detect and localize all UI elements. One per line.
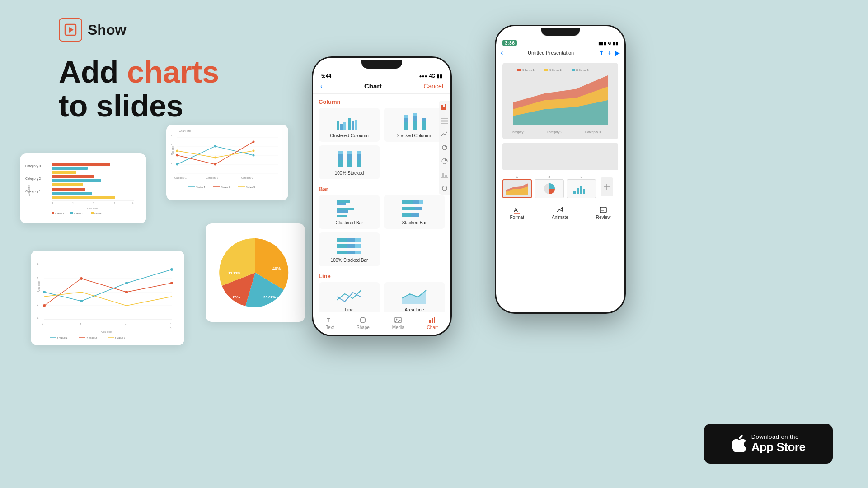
svg-rect-177 xyxy=(583,189,585,194)
pie-chart-card: 40% 26.67% 20% 13.33% xyxy=(206,223,305,322)
svg-text:1: 1 xyxy=(42,322,43,325)
stacked-column-label: Stacked Coloumn xyxy=(397,133,432,138)
slide-thumb-3[interactable]: 3 xyxy=(567,175,596,198)
svg-text:X Series 1: X Series 1 xyxy=(522,69,535,71)
svg-rect-148 xyxy=(445,104,446,110)
svg-text:A: A xyxy=(514,206,518,214)
stacked-bar-label: Stacked Bar xyxy=(402,220,427,225)
svg-rect-176 xyxy=(580,186,582,194)
svg-rect-96 xyxy=(348,118,351,130)
chart-type-icon-3 xyxy=(441,130,448,138)
svg-rect-147 xyxy=(443,107,445,110)
svg-text:Category 3: Category 3 xyxy=(241,177,253,179)
chart-item-line[interactable]: Line xyxy=(319,282,380,316)
svg-rect-25 xyxy=(91,212,94,214)
svg-text:Series 1: Series 1 xyxy=(196,186,205,189)
svg-text:2: 2 xyxy=(80,322,81,325)
chart-item-100-stacked-column[interactable]: 100% Stacked xyxy=(319,145,380,179)
section-bar: Bar xyxy=(319,181,445,195)
svg-rect-136 xyxy=(347,251,355,254)
logo-area: Show xyxy=(59,18,219,42)
svg-rect-116 xyxy=(337,200,350,203)
svg-rect-95 xyxy=(343,122,346,130)
toolbar-animate[interactable]: Animate xyxy=(552,206,568,220)
nav-shape[interactable]: Shape xyxy=(357,316,370,330)
svg-rect-156 xyxy=(442,173,444,177)
phone-left: 5:44 ●●● 4G ▮▮ ‹ Chart Cancel Column xyxy=(312,56,452,336)
svg-text:T: T xyxy=(327,317,330,324)
main-slide-area[interactable]: Category 1 Category 2 Category 3 X Serie… xyxy=(502,63,618,139)
bar-chart-card: Category 3 Category 2 Category 1 0 1 2 3… xyxy=(20,153,146,223)
svg-text:26.67%: 26.67% xyxy=(263,295,276,299)
nav-media[interactable]: Media xyxy=(392,316,404,330)
svg-text:13.33%: 13.33% xyxy=(228,271,240,275)
svg-rect-101 xyxy=(404,115,408,118)
slide-thumb-1[interactable]: 1 xyxy=(502,175,532,198)
svg-text:Category 2: Category 2 xyxy=(206,177,218,179)
svg-rect-143 xyxy=(429,320,431,323)
svg-marker-181 xyxy=(560,207,564,209)
chart-item-clustered-bar[interactable]: Clustered Bar xyxy=(319,195,380,229)
svg-text:4: 4 xyxy=(132,202,134,204)
svg-rect-106 xyxy=(422,118,426,121)
svg-rect-6 xyxy=(52,167,88,170)
svg-rect-129 xyxy=(337,238,347,242)
svg-text:Category 1: Category 1 xyxy=(174,177,187,179)
svg-rect-114 xyxy=(357,154,361,160)
svg-text:X Series 3: X Series 3 xyxy=(576,69,589,71)
svg-text:Axis Title: Axis Title xyxy=(28,185,30,196)
svg-point-47 xyxy=(214,157,216,159)
svg-rect-128 xyxy=(411,213,419,217)
phone-right: 3:36 ▮▮▮ ⊕ ▮▮ ‹ Untitled Presentation ⬆ … xyxy=(495,25,626,314)
svg-rect-165 xyxy=(517,69,521,71)
svg-point-140 xyxy=(360,317,366,323)
svg-rect-115 xyxy=(357,151,361,154)
add-slide-button[interactable] xyxy=(601,177,613,196)
svg-rect-100 xyxy=(404,118,408,122)
svg-point-48 xyxy=(253,150,255,152)
chart-item-stacked-column[interactable]: Stacked Coloumn xyxy=(384,108,445,142)
app-store-text: Download on the App Store xyxy=(751,433,806,454)
svg-rect-12 xyxy=(52,192,92,195)
svg-rect-117 xyxy=(337,203,346,205)
clustered-column-label: Clustered Coloumn xyxy=(330,133,369,138)
app-store-button[interactable]: Download on the App Store xyxy=(704,424,833,464)
slide-thumb-2[interactable]: 2 xyxy=(535,175,564,198)
svg-text:Axis Title: Axis Title xyxy=(87,207,98,210)
svg-text:2: 2 xyxy=(37,303,39,306)
svg-text:8: 8 xyxy=(37,263,39,265)
toolbar-format[interactable]: A Format xyxy=(510,206,524,220)
svg-text:Series 3: Series 3 xyxy=(94,212,103,215)
svg-text:1: 1 xyxy=(72,202,74,204)
svg-rect-169 xyxy=(572,69,575,71)
svg-rect-113 xyxy=(357,160,361,167)
bar-chart-grid: Clustered Bar Stacked Ba xyxy=(319,195,445,266)
chart-item-clustered-column[interactable]: Clustered Coloumn xyxy=(319,108,380,142)
svg-rect-124 xyxy=(419,200,423,204)
svg-rect-97 xyxy=(352,121,354,130)
svg-rect-119 xyxy=(337,210,348,213)
chart-item-100-stacked-bar[interactable]: 100% Stacked Bar xyxy=(319,232,380,266)
toolbar-review[interactable]: Review xyxy=(596,206,611,220)
chart-picker-scroll[interactable]: Column Clustered Coloumn xyxy=(313,94,450,321)
clustered-bar-label: Clustered Bar xyxy=(335,220,363,225)
nav-text[interactable]: T Text xyxy=(326,316,334,330)
svg-text:Category 2: Category 2 xyxy=(547,130,562,134)
svg-text:Axis Title: Axis Title xyxy=(171,146,174,155)
nav-chart[interactable]: Chart xyxy=(427,316,438,330)
svg-rect-93 xyxy=(337,121,339,130)
headline: Add charts to slides xyxy=(59,55,219,123)
svg-point-45 xyxy=(253,141,255,143)
svg-text:Y Value 3: Y Value 3 xyxy=(115,336,125,339)
svg-rect-9 xyxy=(52,179,101,182)
svg-rect-118 xyxy=(337,208,354,210)
svg-rect-107 xyxy=(338,160,343,167)
svg-text:Category 3: Category 3 xyxy=(25,164,41,168)
chart-picker-cancel[interactable]: Cancel xyxy=(423,83,443,90)
chart-item-area-line[interactable]: Area Line xyxy=(384,282,445,316)
svg-rect-104 xyxy=(413,113,417,116)
svg-rect-102 xyxy=(413,121,417,130)
svg-text:Axis Title: Axis Title xyxy=(101,330,112,333)
chart-item-stacked-bar[interactable]: Stacked Bar xyxy=(384,195,445,229)
svg-rect-130 xyxy=(347,238,355,242)
